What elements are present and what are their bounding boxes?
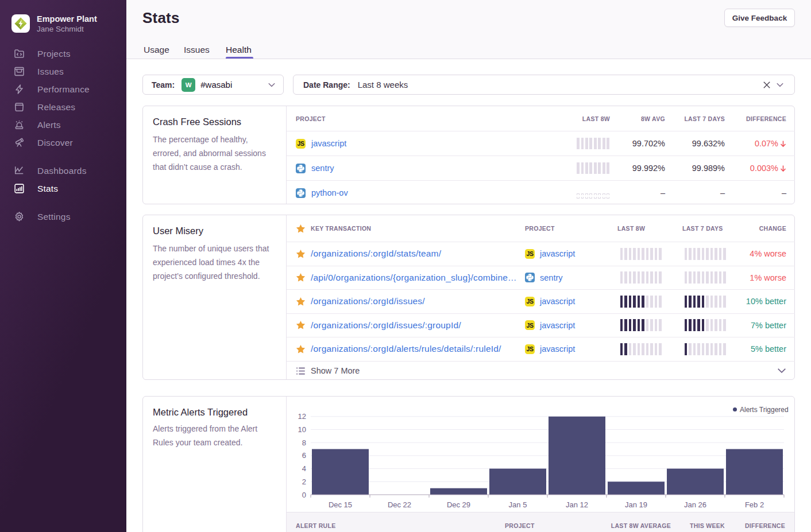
svg-text:Feb 2: Feb 2 [745, 500, 764, 509]
svg-text:Dec 29: Dec 29 [447, 500, 470, 509]
svg-text:Jan 5: Jan 5 [509, 500, 527, 509]
svg-text:0: 0 [302, 491, 306, 499]
svg-text:Dec 15: Dec 15 [329, 500, 352, 509]
svg-text:12: 12 [298, 412, 306, 421]
svg-text:Jan 12: Jan 12 [566, 500, 588, 509]
svg-text:2: 2 [302, 477, 306, 486]
svg-text:4: 4 [302, 464, 306, 473]
svg-text:Jan 19: Jan 19 [625, 500, 647, 509]
svg-text:8: 8 [302, 438, 306, 447]
svg-text:Dec 22: Dec 22 [388, 500, 411, 509]
svg-text:10: 10 [298, 425, 306, 434]
svg-text:6: 6 [302, 451, 306, 460]
svg-text:Jan 26: Jan 26 [684, 500, 706, 509]
